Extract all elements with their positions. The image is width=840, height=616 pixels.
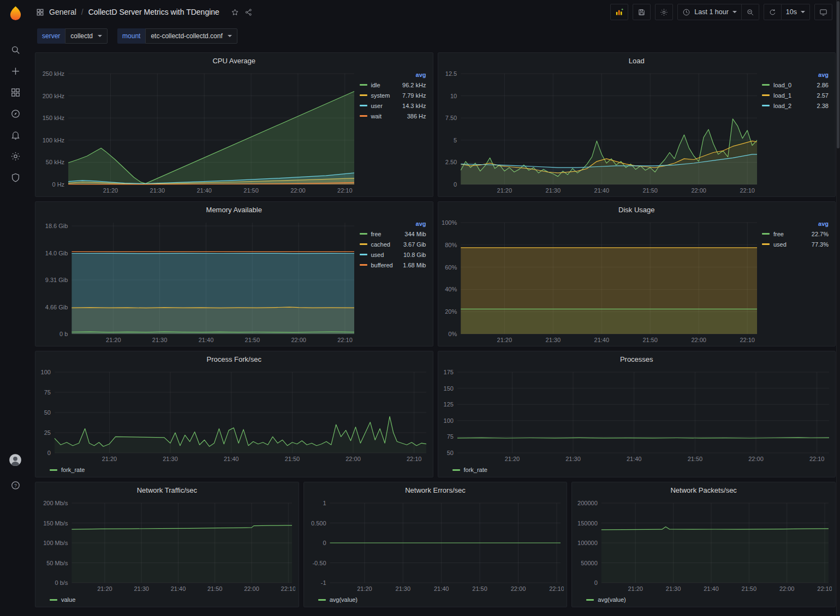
process-fork-chart[interactable]: 025507510021:2021:3021:4021:5022:0022:10	[38, 367, 430, 464]
panel-title[interactable]: Disk Usage	[438, 202, 836, 217]
panel-title[interactable]: Memory Available	[35, 202, 433, 217]
svg-text:21:30: 21:30	[150, 187, 165, 194]
save-dashboard-button[interactable]	[633, 4, 651, 20]
legend-item-idle[interactable]: idle96.2 kHz	[360, 80, 426, 90]
svg-text:0: 0	[323, 540, 326, 546]
scrollbar-thumb[interactable]	[837, 1, 839, 148]
legend-item-wait[interactable]: wait386 Hz	[360, 111, 426, 121]
legend-series-name: fork_rate	[464, 467, 487, 473]
variable-mount: mount etc-collectd-collectd.conf	[117, 28, 237, 44]
grafana-logo-icon[interactable]	[7, 5, 25, 23]
svg-text:200 kHz: 200 kHz	[43, 93, 64, 99]
series-color-swatch	[762, 84, 770, 86]
cpu-average-chart[interactable]: 0 Hz50 kHz100 kHz150 kHz200 kHz250 kHz21…	[38, 68, 358, 195]
legend-series-avg-value: 10.8 Gib	[403, 252, 426, 258]
legend-item-fork_rate[interactable]: fork_rate	[452, 467, 487, 473]
legend-series-name: avg(value)	[598, 596, 625, 603]
panel-title[interactable]: Load	[438, 53, 836, 68]
refresh-interval-label: 10s	[786, 8, 797, 16]
disk-usage-legend: avgfree22.7%used77.3%	[760, 217, 832, 345]
legend-series-avg-value: 14.3 kHz	[402, 103, 426, 109]
time-range-button[interactable]: Last 1 hour	[677, 4, 742, 20]
add-panel-button[interactable]	[610, 4, 628, 20]
clock-icon	[682, 8, 690, 16]
memory-available-chart[interactable]: 0 b4.66 Gib9.31 Gib14.0 Gib18.6 Gib21:20…	[38, 217, 358, 345]
panel-disk-usage: Disk Usage 0%20%40%60%80%100%21:2021:302…	[438, 201, 836, 346]
alerting-bell-icon[interactable]	[3, 124, 27, 146]
legend-item-avg(value)[interactable]: avg(value)	[586, 596, 625, 603]
dashboards-icon[interactable]	[3, 82, 27, 103]
legend-item-value[interactable]: value	[50, 596, 75, 603]
star-icon[interactable]	[231, 8, 239, 16]
panel-memory-available: Memory Available 0 b4.66 Gib9.31 Gib14.0…	[35, 201, 433, 346]
refresh-interval-button[interactable]: 10s	[782, 4, 810, 20]
panel-title[interactable]: Process Fork/sec	[35, 351, 433, 367]
svg-text:-0.50: -0.50	[312, 560, 326, 566]
refresh-button[interactable]	[764, 4, 782, 20]
user-avatar[interactable]	[8, 453, 22, 467]
svg-text:-1: -1	[320, 579, 326, 586]
svg-text:100%: 100%	[442, 219, 457, 226]
legend-item-load_2[interactable]: load_22.38	[762, 100, 829, 111]
zoom-out-button[interactable]	[742, 4, 759, 20]
legend-item-used[interactable]: used10.8 Gib	[360, 249, 426, 260]
panel-title-text: Load	[629, 57, 645, 65]
share-icon[interactable]	[245, 8, 253, 16]
breadcrumb-folder[interactable]: General	[49, 8, 76, 16]
legend-item-system[interactable]: system7.79 kHz	[360, 90, 426, 100]
legend-item-cached[interactable]: cached3.67 Gib	[360, 239, 426, 249]
panel-row-1: CPU Average 0 Hz50 kHz100 kHz150 kHz200 …	[35, 52, 836, 197]
server-admin-shield-icon[interactable]	[3, 167, 27, 188]
load-chart[interactable]: 02.5057.501012.521:2021:3021:4021:5022:0…	[440, 68, 760, 195]
svg-text:75: 75	[446, 433, 453, 440]
search-icon[interactable]	[3, 39, 27, 61]
panel-processes: Processes 507510012515017521:2021:3021:4…	[438, 351, 836, 477]
legend-item-fork_rate[interactable]: fork_rate	[50, 467, 85, 473]
svg-text:9.31 Gib: 9.31 Gib	[45, 277, 68, 283]
network-errors-chart[interactable]: -1-0.5000.500121:2021:3021:4021:5022:002…	[306, 498, 564, 594]
disk-usage-chart[interactable]: 0%20%40%60%80%100%21:2021:3021:4021:5022…	[440, 217, 760, 345]
legend-item-avg(value)[interactable]: avg(value)	[318, 596, 358, 603]
svg-text:22:00: 22:00	[291, 337, 306, 343]
legend-item-free[interactable]: free22.7%	[762, 229, 829, 239]
svg-text:21:50: 21:50	[642, 187, 658, 194]
legend-series-name: cached	[371, 241, 390, 248]
dashboard-settings-button[interactable]	[655, 4, 673, 20]
panel-title[interactable]: Network Errors/sec	[304, 482, 567, 498]
dashboard-title[interactable]: CollectD Server Metrics with TDengine	[88, 8, 219, 16]
configuration-gear-icon[interactable]	[3, 146, 27, 167]
explore-compass-icon[interactable]	[3, 103, 27, 124]
svg-text:100: 100	[41, 369, 51, 375]
network-packets-chart[interactable]: 05000010000015000020000021:2021:3021:402…	[574, 498, 832, 594]
processes-chart[interactable]: 507510012515017521:2021:3021:4021:5022:0…	[440, 367, 832, 464]
panel-title[interactable]: Network Packets/sec	[572, 482, 835, 498]
svg-text:21:30: 21:30	[666, 585, 681, 592]
breadcrumb: General / CollectD Server Metrics with T…	[36, 8, 253, 16]
variable-mount-value-dropdown[interactable]: etc-collectd-collectd.conf	[145, 28, 237, 44]
svg-text:4.66 Gib: 4.66 Gib	[45, 304, 68, 310]
legend-series-avg-value: 96.2 kHz	[402, 82, 426, 88]
legend-item-user[interactable]: user14.3 kHz	[360, 100, 426, 111]
network-traffic-chart[interactable]: 0 b/s50 Mb/s100 Mb/s150 Mb/s200 Mb/s21:2…	[38, 498, 295, 594]
panel-title[interactable]: Processes	[438, 351, 836, 367]
panel-title[interactable]: Network Traffic/sec	[35, 482, 299, 498]
help-icon[interactable]: ?	[3, 475, 27, 496]
legend-item-used[interactable]: used77.3%	[762, 239, 829, 249]
svg-text:22:10: 22:10	[740, 187, 755, 194]
variable-server: server collectd	[37, 28, 108, 44]
svg-text:22:10: 22:10	[407, 456, 422, 462]
legend-item-load_1[interactable]: load_12.57	[762, 90, 829, 100]
cycle-view-mode-button[interactable]	[814, 4, 832, 20]
svg-text:22:10: 22:10	[549, 585, 564, 592]
panel-title[interactable]: CPU Average	[35, 53, 433, 68]
dashboard-grid: CPU Average 0 Hz50 kHz100 kHz150 kHz200 …	[31, 48, 840, 616]
scrollbar[interactable]	[836, 0, 840, 616]
legend-series-name: free	[371, 231, 382, 237]
legend-item-free[interactable]: free344 Mib	[360, 229, 426, 239]
series-color-swatch	[762, 94, 770, 96]
legend-item-load_0[interactable]: load_02.86	[762, 80, 829, 90]
variable-server-value-dropdown[interactable]: collectd	[65, 28, 108, 44]
panel-title-text: Processes	[620, 355, 653, 363]
legend-item-buffered[interactable]: buffered1.68 Mib	[360, 260, 426, 270]
create-plus-icon[interactable]	[3, 61, 27, 82]
